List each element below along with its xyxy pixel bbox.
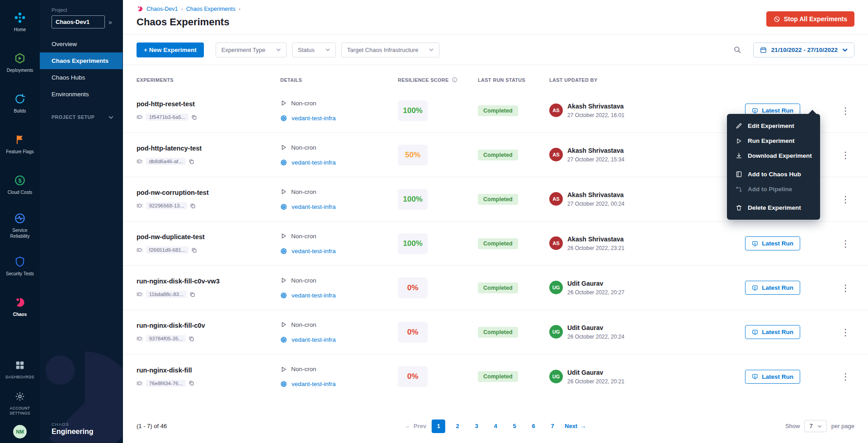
menu-item-run-experiment[interactable]: Run Experiment [727, 133, 820, 148]
nav-item-chaos-hubs[interactable]: Chaos Hubs [40, 69, 123, 86]
copy-icon[interactable] [189, 292, 195, 297]
row-menu-kebab-icon[interactable]: ⋮ [839, 149, 852, 161]
pagination-prev-button[interactable]: ← Prev [405, 423, 426, 429]
row-menu-kebab-icon[interactable]: ⋮ [839, 193, 852, 206]
copy-icon[interactable] [189, 380, 194, 386]
project-selector-input[interactable] [52, 15, 105, 28]
infrastructure-link[interactable]: vedant-test-infra [280, 159, 398, 166]
per-page-select[interactable]: 7 [804, 420, 826, 432]
panel-expand-icon[interactable]: » [108, 19, 112, 26]
sidebar-item-builds[interactable]: Builds [0, 83, 40, 124]
pagination: (1 - 7) of 46 ← Prev 1 2 3 4 5 6 7 Next … [123, 413, 868, 443]
pagination-page-2[interactable]: 2 [451, 419, 464, 433]
copy-icon[interactable] [190, 203, 196, 209]
breadcrumb: Chaos-Dev1 › Chaos Experiments › [137, 5, 854, 12]
experiment-cell: pod-http-latency-test ID:db8d6a46-af... [137, 145, 280, 165]
row-menu-kebab-icon[interactable]: ⋮ [839, 370, 852, 383]
row-menu-kebab-icon[interactable]: ⋮ [839, 104, 852, 117]
project-setup-toggle[interactable]: PROJECT SETUP [40, 103, 123, 120]
builds-icon [14, 93, 26, 105]
page-header: Chaos-Dev1 › Chaos Experiments › Chaos E… [123, 0, 868, 35]
breadcrumb-link-experiments[interactable]: Chaos Experiments [186, 6, 236, 12]
infrastructure-link[interactable]: vedant-test-infra [280, 381, 398, 387]
experiment-name[interactable]: pod-nw-corruption-test [137, 189, 280, 196]
sidebar-item-deployments[interactable]: Deployments [0, 42, 40, 83]
latest-run-button[interactable]: Latest Run [745, 236, 800, 250]
sidebar-item-account-settings[interactable]: ACCOUNT SETTINGS [0, 386, 40, 419]
sidebar-item-cloud-costs[interactable]: $ Cloud Costs [0, 165, 40, 205]
stop-all-experiments-button[interactable]: Stop All Experiments [766, 11, 854, 27]
dashboards-icon [14, 359, 26, 372]
pagination-page-5[interactable]: 5 [508, 419, 521, 433]
sidebar-item-security-tests[interactable]: Security Tests [0, 246, 40, 287]
table-header: EXPERIMENTS DETAILS RESILIENCE SCORE LAS… [123, 65, 868, 89]
avatar: UG [549, 370, 563, 383]
user-avatar[interactable]: NM [13, 425, 27, 438]
infrastructure-link[interactable]: vedant-test-infra [280, 248, 398, 254]
sidebar-item-dashboards[interactable]: DASHBOARDS [0, 353, 40, 386]
pagination-page-3[interactable]: 3 [470, 419, 483, 433]
new-experiment-button[interactable]: + New Experiment [137, 42, 204, 57]
pagination-page-4[interactable]: 4 [489, 419, 502, 433]
row-menu-kebab-icon[interactable]: ⋮ [839, 237, 852, 250]
pagination-page-1[interactable]: 1 [432, 419, 445, 433]
experiment-name[interactable]: pod-nw-duplicate-test [137, 233, 280, 240]
sidebar-item-home[interactable]: Home [0, 2, 40, 42]
menu-item-delete-experiment[interactable]: Delete Experiment [727, 200, 820, 215]
experiment-id: 1f5471b3-6a5... [146, 113, 189, 121]
play-icon [280, 144, 287, 151]
copy-icon[interactable] [191, 114, 197, 120]
breadcrumb-link-project[interactable]: Chaos-Dev1 [146, 6, 178, 12]
row-menu-kebab-icon[interactable]: ⋮ [839, 282, 852, 294]
sidebar-item-chaos[interactable]: Chaos [0, 287, 40, 327]
latest-run-button[interactable]: Latest Run [745, 370, 800, 384]
copy-icon[interactable] [189, 336, 194, 342]
infrastructure-link[interactable]: vedant-test-infra [280, 292, 398, 299]
resilience-score: 100% [398, 189, 428, 210]
play-icon [280, 189, 287, 195]
nav-item-environments[interactable]: Environments [40, 86, 123, 103]
filter-status[interactable]: Status [292, 42, 336, 57]
experiment-name[interactable]: pod-http-latency-test [137, 145, 280, 152]
menu-item-add-to-chaos-hub[interactable]: Add to Chaos Hub [727, 167, 820, 182]
experiment-name[interactable]: run-nginx-disk-fill-c0v-vw3 [137, 278, 280, 285]
latest-run-button[interactable]: Latest Run [745, 325, 800, 339]
experiment-name[interactable]: pod-http-reset-test [137, 100, 280, 108]
avatar: AS [549, 104, 563, 117]
menu-item-edit-experiment[interactable]: Edit Experiment [727, 118, 820, 133]
pipeline-icon [735, 186, 742, 193]
avatar: AS [549, 148, 563, 161]
sidebar-item-feature-flags[interactable]: Feature Flags [0, 124, 40, 165]
stop-icon [774, 16, 780, 23]
nav-item-chaos-experiments[interactable]: Chaos Experiments [40, 52, 123, 69]
infrastructure-link[interactable]: vedant-test-infra [280, 336, 398, 343]
kubernetes-icon [280, 336, 287, 343]
table-row: run-nginx-disk-fill ID:76e8f434-76... No… [123, 354, 868, 399]
infrastructure-link[interactable]: vedant-test-infra [280, 115, 398, 122]
latest-run-button[interactable]: Latest Run [745, 281, 800, 295]
copy-icon[interactable] [191, 247, 197, 253]
experiment-name[interactable]: run-nginx-disk-fill-c0v [137, 322, 280, 329]
infrastructure-link[interactable]: vedant-test-infra [280, 203, 398, 210]
row-menu-kebab-icon[interactable]: ⋮ [839, 326, 852, 339]
experiment-id: f26651d9-681... [146, 246, 189, 254]
experiment-name[interactable]: run-nginx-disk-fill [137, 367, 280, 374]
settings-icon [14, 390, 26, 403]
resilience-score: 100% [398, 233, 428, 254]
date-range-picker[interactable]: 21/10/2022 - 27/10/2022 [753, 42, 854, 57]
pagination-page-7[interactable]: 7 [546, 419, 559, 433]
menu-item-download-experiment[interactable]: Download Experiment [727, 148, 820, 163]
chaos-icon [14, 296, 26, 309]
sidebar-item-service-reliability[interactable]: Service Reliability [0, 205, 40, 246]
info-icon[interactable] [452, 77, 458, 83]
last-updated-cell: AS Akash Shrivastava27 October 2022, 00:… [549, 191, 720, 207]
filter-experiment-type[interactable]: Experiment Type [216, 42, 287, 57]
copy-icon[interactable] [189, 159, 194, 165]
pagination-next-button[interactable]: Next → [565, 423, 586, 429]
nav-item-overview[interactable]: Overview [40, 36, 123, 52]
feature-flags-icon [14, 133, 26, 146]
filter-target-infrastructure[interactable]: Target Chaos Infrastructure [341, 42, 440, 57]
search-icon[interactable] [730, 42, 745, 57]
pagination-page-6[interactable]: 6 [527, 419, 540, 433]
status-badge: Completed [478, 150, 518, 160]
